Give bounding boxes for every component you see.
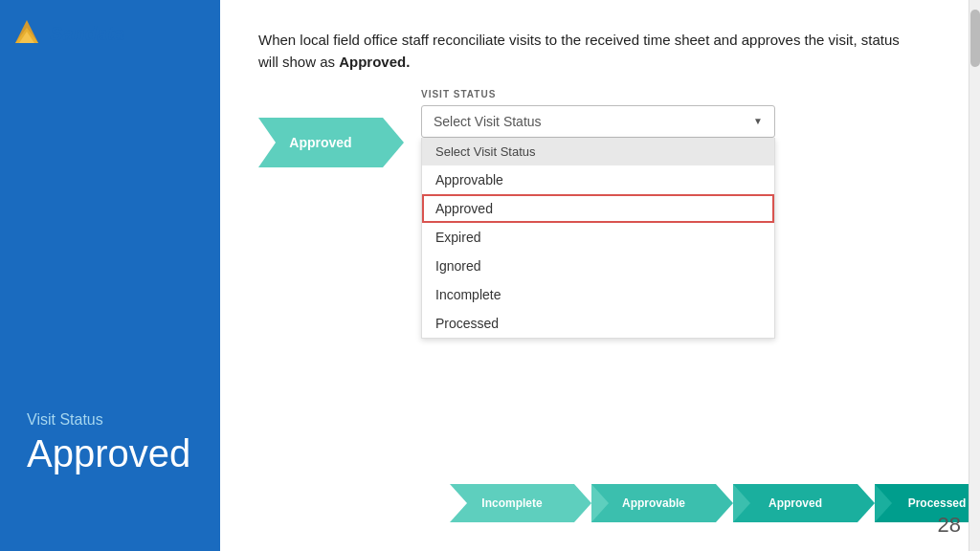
dropdown-item-processed[interactable]: Processed [422, 309, 774, 338]
dropdown-item-expired[interactable]: Expired [422, 223, 774, 252]
dropdown-item-approved[interactable]: Approved [422, 194, 774, 223]
sandata-logo-icon [10, 16, 44, 51]
progress-step-approvable: Approvable [591, 484, 716, 522]
step-processed-label: Processed [908, 496, 967, 510]
dropdown-item-approvable[interactable]: Approvable [422, 165, 774, 194]
visit-status-dropdown[interactable]: Select Visit Status ▼ [421, 105, 775, 138]
description-text: When local field office staff reconcilia… [258, 29, 909, 74]
main-content: When local field office staff reconcilia… [220, 0, 957, 551]
step-incomplete-label: Incomplete [481, 496, 542, 510]
dropdown-item-incomplete[interactable]: Incomplete [422, 280, 774, 309]
progress-step-processed: Processed [875, 484, 980, 522]
approved-arrow-shape: Approved [258, 118, 383, 167]
progress-step-approved: Approved [733, 484, 858, 522]
scrollbar-thumb[interactable] [970, 10, 980, 67]
sidebar-label: Visit Status [27, 411, 103, 429]
dropdown-menu: Select Visit Status Approvable Approved … [421, 138, 775, 339]
sidebar-title: Approved [27, 432, 190, 474]
logo-area: Sandata [10, 10, 124, 57]
step-approvable-label: Approvable [622, 496, 685, 510]
slide-number: 28 [938, 513, 961, 538]
dropdown-item-header[interactable]: Select Visit Status [422, 138, 774, 165]
logo-text: Sandata [50, 23, 124, 45]
dropdown-selected-text: Select Visit Status [434, 114, 542, 129]
dropdown-item-ignored[interactable]: Ignored [422, 252, 774, 280]
progress-step-incomplete: Incomplete [450, 484, 574, 522]
description-bold: Approved. [339, 54, 410, 70]
step-approved-label: Approved [768, 496, 822, 510]
arrow-label: Approved [289, 135, 351, 150]
dropdown-section: VISIT STATUS Select Visit Status ▼ Selec… [421, 89, 928, 339]
dropdown-arrow-icon: ▼ [753, 116, 763, 126]
visit-status-label: VISIT STATUS [421, 89, 928, 99]
progress-bar: Incomplete Approvable Approved Processed [450, 484, 980, 522]
visit-status-section: Approved VISIT STATUS Select Visit Statu… [258, 89, 928, 339]
sidebar: Visit Status Approved [0, 0, 220, 551]
scrollbar[interactable] [969, 0, 980, 551]
